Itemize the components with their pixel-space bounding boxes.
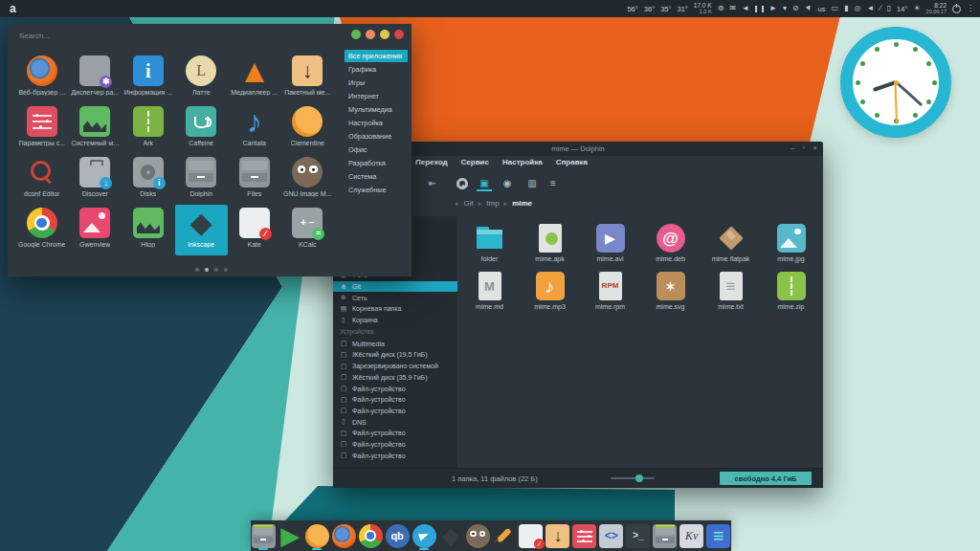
category-Игры[interactable]: Игры: [345, 77, 408, 89]
media-next-icon[interactable]: ►: [769, 5, 777, 12]
app-Inkscape[interactable]: ◆Inkscape: [175, 205, 229, 255]
category-Служебные[interactable]: Служебные: [345, 184, 408, 196]
clock-date[interactable]: 8:2220.09.17: [926, 3, 947, 14]
app-dconf Editor[interactable]: dconf Editor: [15, 154, 69, 205]
app-Пакетный ме...[interactable]: ↓Пакетный ме...: [281, 53, 335, 103]
minimize-button[interactable]: –: [791, 143, 794, 152]
file-folder[interactable]: folder: [459, 222, 520, 268]
dock-item-task-list[interactable]: ≡: [706, 521, 731, 550]
cpu-temp[interactable]: 56°: [627, 5, 637, 13]
close-button[interactable]: ×: [813, 143, 817, 152]
category-Графика[interactable]: Графика: [345, 63, 408, 76]
file-mime.apk[interactable]: mime.apk: [520, 222, 580, 268]
app-Kate[interactable]: ∕Kate: [228, 205, 281, 255]
app-Информация ...[interactable]: iИнформация ...: [122, 53, 175, 103]
pen-icon[interactable]: ∕: [880, 5, 880, 12]
dock-item-gimp[interactable]: [465, 521, 490, 550]
network-speed[interactable]: 17.0 K1.0 K: [694, 3, 712, 14]
search-input[interactable]: Search...: [19, 32, 50, 40]
dock-item-system-settings[interactable]: [572, 521, 597, 550]
back-forward-icon[interactable]: ⇤: [425, 176, 440, 189]
app-Ark[interactable]: Ark: [122, 103, 175, 154]
places-item-Файл-устройство[interactable]: ▢Файл-устройство: [333, 394, 457, 406]
places-item-Файл-устройство[interactable]: ▢Файл-устройство: [333, 406, 457, 417]
category-Образование[interactable]: Образование: [345, 130, 408, 143]
cpu-temp[interactable]: 35°: [660, 5, 671, 13]
file-mime.avi[interactable]: ▶mime.avi: [580, 222, 640, 268]
display-icon[interactable]: ▭: [831, 5, 838, 12]
category-Система[interactable]: Система: [345, 170, 408, 183]
notifications-icon[interactable]: ⊘: [792, 5, 799, 12]
menu-Настройка[interactable]: Настройка: [502, 158, 543, 166]
dock-item-code-editor[interactable]: <>: [599, 521, 624, 550]
app-Files[interactable]: Files: [228, 154, 281, 205]
maximize-button[interactable]: ▫: [802, 143, 805, 152]
split-view-icon[interactable]: ▥: [524, 176, 540, 189]
page-dot[interactable]: [205, 268, 209, 272]
app-KCalc[interactable]: + −=KCalc: [281, 205, 335, 255]
app-GNU Image M...[interactable]: GNU Image M...: [281, 154, 335, 205]
weather-sun-icon[interactable]: ☀: [913, 5, 920, 12]
mail-icon[interactable]: ✉: [729, 5, 736, 12]
dock-item-chrome[interactable]: [358, 521, 383, 550]
app-Google Chrome[interactable]: Google Chrome: [15, 205, 69, 255]
power-icon[interactable]: [952, 5, 961, 13]
dock-item-color-picker[interactable]: [492, 521, 517, 550]
dock-item-qbittorrent[interactable]: qb: [385, 521, 410, 550]
places-item-Жёсткий диск (19,5 ГиБ)[interactable]: ▢Жёсткий диск (19,5 ГиБ): [333, 349, 457, 361]
app-menu-button[interactable]: a: [10, 0, 16, 17]
phone-icon[interactable]: ▯: [887, 5, 891, 12]
shutdown-button[interactable]: [394, 30, 404, 39]
app-Диспетчер ра...[interactable]: ✱Диспетчер ра...: [69, 53, 122, 103]
file-mime.mp3[interactable]: ♪mime.mp3: [520, 270, 580, 316]
location-icon[interactable]: ▼: [805, 5, 813, 12]
category-Все приложения[interactable]: Все приложения: [345, 50, 408, 62]
menu-Переход[interactable]: Переход: [415, 158, 448, 166]
category-Офис[interactable]: Офис: [345, 143, 408, 156]
suspend-button[interactable]: [380, 30, 390, 39]
places-item-Multimedia[interactable]: ▢Multimedia: [333, 338, 457, 349]
category-Мультимедиа[interactable]: Мультимедиа: [345, 103, 408, 116]
battery-icon[interactable]: ▮: [844, 5, 848, 12]
app-Системный м...[interactable]: Системный м...: [69, 103, 122, 154]
media-prev-icon[interactable]: ◄: [742, 5, 749, 12]
places-item-Зарезервировано системой[interactable]: ▢Зарезервировано системой: [333, 361, 457, 372]
icon-view-icon[interactable]: ▣: [477, 176, 492, 191]
breadcrumb-item[interactable]: mime: [512, 199, 532, 208]
app-Discover[interactable]: ↓Discover: [69, 154, 122, 205]
file-mime.jpg[interactable]: mime.jpg: [761, 222, 821, 268]
category-Настройка[interactable]: Настройка: [345, 117, 408, 129]
file-mime.rpm[interactable]: RPMmime.rpm: [580, 270, 640, 316]
category-Интернет[interactable]: Интернет: [345, 90, 408, 102]
dock-item-package-manager[interactable]: ↓: [546, 521, 570, 550]
app-Gwenview[interactable]: Gwenview: [69, 205, 122, 255]
page-dot[interactable]: [195, 268, 199, 272]
preview-icon[interactable]: ◉: [500, 176, 515, 189]
app-Латте[interactable]: LЛатте: [175, 53, 229, 103]
page-dot[interactable]: [214, 268, 218, 272]
places-item-Файл-устройство[interactable]: ▢Файл-устройство: [333, 383, 457, 394]
menu-Справка[interactable]: Справка: [556, 158, 588, 166]
app-Htop[interactable]: Htop: [122, 205, 175, 255]
dock-item-media-player[interactable]: ▶: [278, 521, 302, 550]
app-Веб-браузер ...[interactable]: Веб-браузер ...: [15, 53, 69, 103]
search-icon[interactable]: [454, 176, 469, 189]
app-Cantata[interactable]: ♪Cantata: [228, 103, 281, 154]
logout-button[interactable]: [351, 30, 361, 39]
dock-item-inkscape[interactable]: ◆: [438, 521, 463, 550]
file-mime.flatpak[interactable]: mime.flatpak: [701, 222, 761, 268]
places-item-Корзина[interactable]: ▯Корзина: [333, 315, 457, 326]
app-Clementine[interactable]: Clementine: [281, 103, 335, 154]
file-mime.md[interactable]: Mmime.md: [459, 270, 520, 316]
volume-icon[interactable]: ◄: [866, 5, 874, 12]
page-dot[interactable]: [224, 268, 228, 272]
breadcrumb-item[interactable]: tmp: [486, 199, 499, 208]
updates-icon[interactable]: ◎: [854, 5, 860, 12]
dock-item-kate[interactable]: ∕: [519, 521, 544, 550]
control-menu-icon[interactable]: ≡: [546, 176, 561, 189]
keyboard-layout[interactable]: us: [818, 5, 826, 13]
app-Параметры с...[interactable]: Параметры с...: [15, 103, 69, 154]
rss-icon[interactable]: ⊚: [718, 5, 724, 12]
dropdown-icon[interactable]: ▾: [783, 5, 787, 12]
places-item-Жёсткий диск (35,9 ГиБ)[interactable]: ▢Жёсткий диск (35,9 ГиБ): [333, 372, 457, 384]
